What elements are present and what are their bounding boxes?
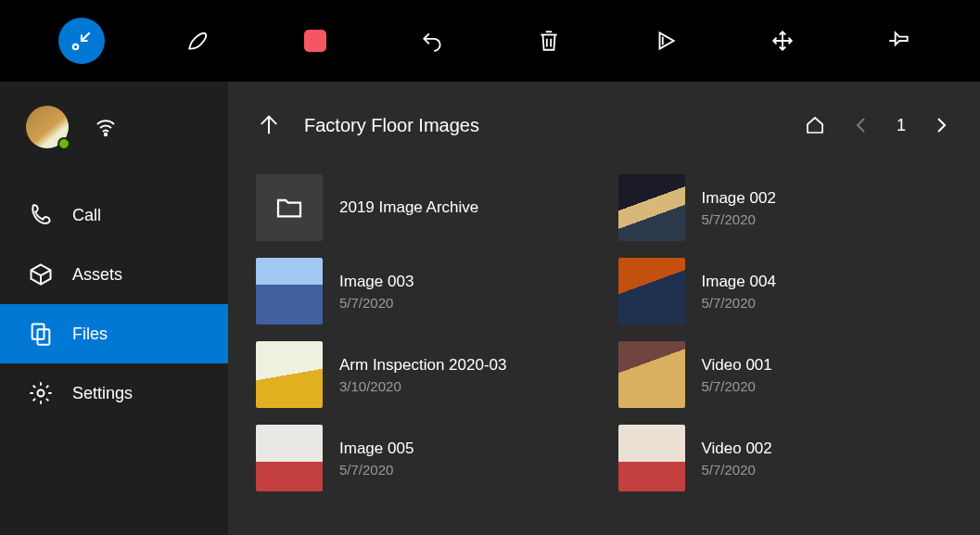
sidebar: Call Assets Files Settings [0,82,228,535]
file-date: 3/10/2020 [339,378,507,394]
file-item[interactable]: Image 004 5/7/2020 [618,258,953,325]
svg-point-4 [38,390,45,397]
file-thumb [618,174,685,241]
file-item[interactable]: Image 002 5/7/2020 [618,174,953,241]
sidebar-item-label: Files [72,325,108,344]
pin-button[interactable] [876,18,923,64]
file-name: Image 002 [702,189,776,208]
page-title: Factory Floor Images [304,115,479,136]
up-arrow-button[interactable] [256,112,282,138]
file-item[interactable]: Video 002 5/7/2020 [618,425,953,491]
file-item[interactable]: Arm Inspection 2020-03 3/10/2020 [256,341,591,408]
svg-point-1 [105,134,107,135]
app-body: Call Assets Files Settings Factory Floor… [0,82,980,535]
sidebar-item-settings[interactable]: Settings [0,363,228,423]
ink-icon [186,29,210,53]
profile-area [0,106,228,148]
file-grid: 2019 Image Archive Image 002 5/7/2020 Im… [228,146,980,510]
shrink-icon [70,29,94,53]
gear-icon [28,380,54,406]
sidebar-item-label: Assets [72,265,122,285]
file-thumb [256,341,323,408]
home-button[interactable] [804,114,826,136]
undo-button[interactable] [409,18,455,64]
folder-item[interactable]: 2019 Image Archive [256,174,591,241]
folder-thumb [256,174,323,241]
top-toolbar [0,0,980,82]
nav: Call Assets Files Settings [0,185,228,423]
delete-icon [537,29,561,53]
main-panel: Factory Floor Images 1 2019 Image Archiv… [228,82,980,535]
file-item[interactable]: Image 003 5/7/2020 [256,258,591,325]
file-date: 5/7/2020 [702,211,776,227]
pin-icon [887,29,911,53]
file-thumb [618,258,685,325]
file-name: Image 005 [339,439,414,458]
undo-icon [420,29,444,53]
file-thumb [618,425,685,491]
svg-point-0 [72,45,77,49]
file-name: 2019 Image Archive [339,198,478,217]
file-item[interactable]: Image 005 5/7/2020 [256,425,591,491]
header: Factory Floor Images 1 [228,82,980,146]
move-icon [770,29,795,53]
file-thumb [618,341,685,408]
play-button[interactable] [643,18,689,64]
delete-button[interactable] [526,18,572,64]
presence-available [57,137,70,150]
file-date: 5/7/2020 [702,378,772,394]
move-button[interactable] [759,18,806,64]
shrink-button[interactable] [58,18,105,64]
box-icon [28,261,54,287]
folder-icon [274,193,304,223]
page-number: 1 [897,116,906,135]
file-thumb [256,425,323,491]
prev-page-button [850,114,872,136]
file-name: Image 004 [702,273,776,291]
file-date: 5/7/2020 [702,295,776,311]
stop-button[interactable] [292,18,338,64]
wifi-icon [95,116,117,138]
file-date: 5/7/2020 [339,462,414,478]
sidebar-item-files[interactable]: Files [0,304,228,363]
stop-icon [304,30,326,52]
file-name: Arm Inspection 2020-03 [339,356,507,375]
ink-button[interactable] [175,18,222,64]
file-thumb [256,258,323,325]
avatar[interactable] [26,106,69,148]
play-icon [654,29,678,53]
file-name: Image 003 [339,273,414,291]
file-date: 5/7/2020 [702,462,772,478]
sidebar-item-call[interactable]: Call [0,185,228,245]
sidebar-item-assets[interactable]: Assets [0,245,228,304]
file-date: 5/7/2020 [339,295,414,311]
sidebar-item-label: Settings [72,384,133,403]
next-page-button[interactable] [930,114,952,136]
file-name: Video 002 [702,439,772,458]
files-icon [28,321,54,347]
phone-icon [28,202,54,228]
sidebar-item-label: Call [72,206,101,225]
file-name: Video 001 [702,356,772,375]
file-item[interactable]: Video 001 5/7/2020 [618,341,953,408]
